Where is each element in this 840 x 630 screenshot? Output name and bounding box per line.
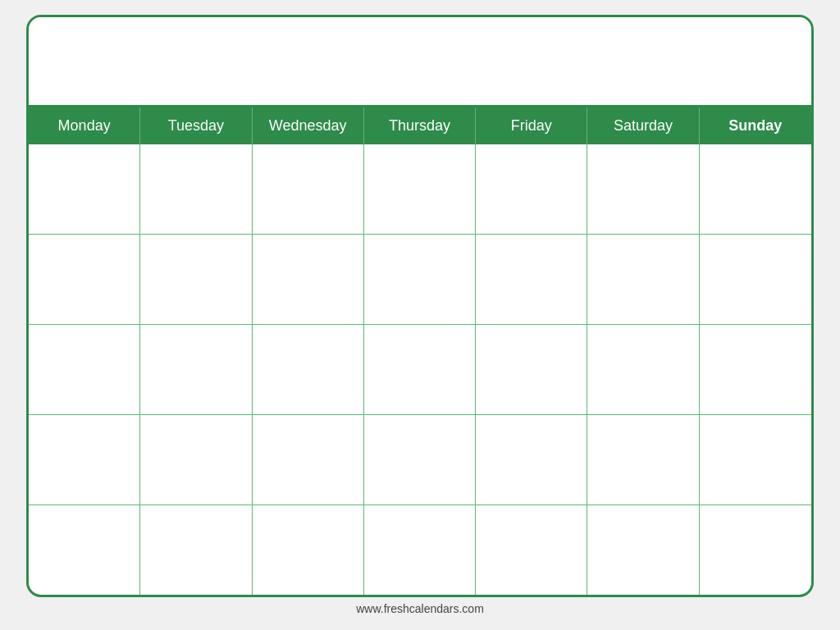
- cell-5-4[interactable]: [364, 505, 476, 595]
- calendar-container: Monday Tuesday Wednesday Thursday Friday…: [26, 15, 814, 597]
- day-header-thursday: Thursday: [364, 107, 476, 144]
- cell-3-3[interactable]: [253, 325, 364, 414]
- cell-3-1[interactable]: [29, 325, 140, 414]
- cell-2-3[interactable]: [253, 235, 364, 324]
- cell-5-5[interactable]: [476, 505, 587, 595]
- calendar-row-1: [29, 144, 811, 235]
- cell-5-1[interactable]: [29, 505, 140, 595]
- cell-4-3[interactable]: [253, 415, 364, 504]
- day-header-monday: Monday: [29, 107, 140, 144]
- cell-3-2[interactable]: [140, 325, 252, 414]
- cell-1-4[interactable]: [364, 144, 476, 234]
- cell-2-1[interactable]: [29, 235, 140, 324]
- cell-1-6[interactable]: [587, 144, 699, 234]
- cell-1-5[interactable]: [476, 144, 587, 234]
- day-header-saturday: Saturday: [587, 107, 699, 144]
- calendar-title-area: [29, 17, 811, 107]
- calendar-rows: [29, 144, 811, 595]
- footer-url: www.freshcalendars.com: [356, 602, 484, 615]
- calendar-row-3: [29, 325, 811, 415]
- cell-4-6[interactable]: [587, 415, 699, 504]
- cell-2-4[interactable]: [364, 235, 476, 324]
- calendar-row-4: [29, 415, 811, 505]
- day-header-wednesday: Wednesday: [253, 107, 364, 144]
- cell-3-6[interactable]: [587, 325, 699, 414]
- footer: www.freshcalendars.com: [356, 602, 484, 615]
- cell-2-2[interactable]: [140, 235, 252, 324]
- day-header-sunday: Sunday: [700, 107, 811, 144]
- cell-5-7[interactable]: [700, 505, 811, 595]
- day-header-friday: Friday: [476, 107, 587, 144]
- cell-5-2[interactable]: [140, 505, 252, 595]
- cell-2-7[interactable]: [700, 235, 811, 324]
- cell-2-5[interactable]: [476, 235, 587, 324]
- day-headers: Monday Tuesday Wednesday Thursday Friday…: [29, 107, 811, 144]
- cell-1-1[interactable]: [29, 144, 140, 234]
- calendar-wrapper: Monday Tuesday Wednesday Thursday Friday…: [26, 15, 814, 615]
- cell-4-7[interactable]: [700, 415, 811, 504]
- cell-5-6[interactable]: [587, 505, 699, 595]
- cell-4-4[interactable]: [364, 415, 476, 504]
- cell-1-3[interactable]: [253, 144, 364, 234]
- cell-2-6[interactable]: [587, 235, 699, 324]
- cell-4-1[interactable]: [29, 415, 140, 504]
- day-header-tuesday: Tuesday: [140, 107, 252, 144]
- calendar-row-2: [29, 235, 811, 325]
- cell-3-4[interactable]: [364, 325, 476, 414]
- calendar-row-5: [29, 505, 811, 595]
- cell-4-2[interactable]: [140, 415, 252, 504]
- calendar-grid: Monday Tuesday Wednesday Thursday Friday…: [29, 107, 811, 595]
- cell-3-7[interactable]: [700, 325, 811, 414]
- cell-4-5[interactable]: [476, 415, 587, 504]
- cell-3-5[interactable]: [476, 325, 587, 414]
- cell-1-7[interactable]: [700, 144, 811, 234]
- cell-5-3[interactable]: [253, 505, 364, 595]
- cell-1-2[interactable]: [140, 144, 252, 234]
